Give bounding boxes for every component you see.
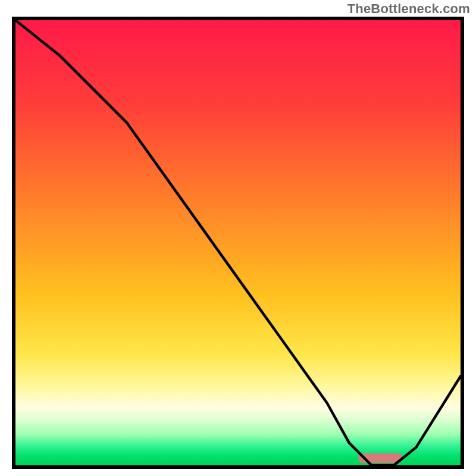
bottleneck-curve (15, 20, 461, 465)
chart-frame (12, 17, 464, 469)
curve-path (15, 20, 461, 465)
watermark-text: TheBottleneck.com (347, 1, 470, 17)
chart-root: TheBottleneck.com (0, 0, 476, 476)
